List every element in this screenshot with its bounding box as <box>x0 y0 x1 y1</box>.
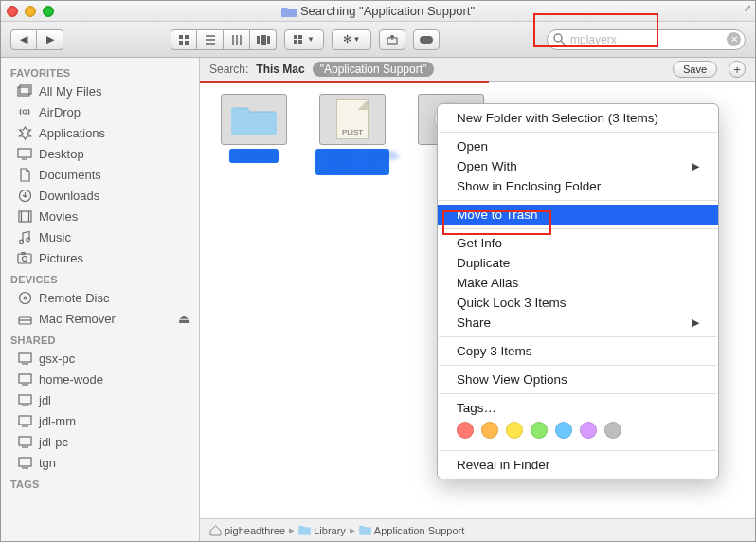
sidebar-item-label: Movies <box>39 209 78 224</box>
sidebar-item-all-my-files[interactable]: All My Files <box>1 81 199 101</box>
menu-item-new-folder[interactable]: New Folder with Selection (3 Items) <box>438 108 718 128</box>
sidebar-item-music[interactable]: Music <box>1 226 199 247</box>
svg-rect-14 <box>298 35 302 39</box>
sidebar-item-label: Mac Remover <box>39 312 116 326</box>
chevron-right-icon: ▶ <box>692 316 699 329</box>
list-view-button[interactable] <box>197 29 224 50</box>
path-item[interactable]: Application Support <box>359 525 464 536</box>
svg-point-23 <box>23 110 27 114</box>
save-search-button[interactable]: Save <box>673 61 717 78</box>
menu-item-quick-look[interactable]: Quick Look 3 Items <box>438 293 718 313</box>
sidebar-item-pictures[interactable]: Pictures <box>1 247 199 268</box>
menu-item-duplicate[interactable]: Duplicate <box>438 253 718 273</box>
svg-rect-24 <box>18 149 31 157</box>
sidebar-item-remote-disc[interactable]: Remote Disc <box>1 287 199 308</box>
folder-icon <box>231 102 277 136</box>
sidebar-item-mac-remover[interactable]: Mac Remover⏏ <box>1 308 199 329</box>
menu-separator <box>439 336 717 337</box>
sidebar-item-label: home-wode <box>39 372 103 387</box>
sidebar-item-label: jdl-mm <box>39 414 76 428</box>
back-button[interactable]: ◀ <box>10 29 37 50</box>
svg-point-36 <box>24 297 27 299</box>
menu-item-open[interactable]: Open <box>438 136 718 156</box>
menu-item-copy[interactable]: Copy 3 Items <box>438 341 718 361</box>
svg-rect-10 <box>257 36 260 44</box>
sidebar-item-downloads[interactable]: Downloads <box>1 185 199 206</box>
sidebar-item-shared[interactable]: tgn <box>1 452 199 473</box>
clear-search-button[interactable]: ✕ <box>727 32 741 46</box>
tag-yellow[interactable] <box>506 422 523 439</box>
action-button[interactable]: ✻▼ <box>332 29 371 50</box>
menu-item-tags[interactable]: Tags… <box>438 398 718 418</box>
eject-icon[interactable]: ⏏ <box>178 312 189 326</box>
folder-icon <box>298 525 311 535</box>
sidebar-item-shared[interactable]: gsx-pc <box>1 348 199 369</box>
coverflow-view-button[interactable] <box>250 29 277 50</box>
svg-rect-49 <box>19 458 31 466</box>
forward-button[interactable]: ▶ <box>37 29 63 50</box>
menu-item-view-options[interactable]: Show View Options <box>438 370 718 389</box>
annotation-highlight-2 <box>442 210 551 235</box>
tag-gray[interactable] <box>604 422 621 439</box>
sidebar-item-shared[interactable]: jdl-pc <box>1 431 199 452</box>
folder-icon <box>359 525 371 535</box>
file-item[interactable]: PLIST mplayerX_50100-8-9049..758 <box>315 94 389 175</box>
share-button[interactable] <box>379 29 405 50</box>
menu-item-enclosing[interactable]: Show in Enclosing Folder <box>438 176 718 196</box>
sidebar-item-label: jdl <box>39 393 51 407</box>
svg-rect-2 <box>179 41 183 45</box>
pc-icon <box>16 394 33 406</box>
pictures-icon <box>16 252 33 264</box>
svg-rect-12 <box>267 36 270 44</box>
svg-point-35 <box>19 292 30 303</box>
scope-this-mac[interactable]: This Mac <box>256 63 304 76</box>
icon-view-button[interactable] <box>171 29 197 50</box>
sidebar-item-movies[interactable]: Movies <box>1 206 199 226</box>
sidebar-item-shared[interactable]: jdl-mm <box>1 410 199 431</box>
sidebar-item-label: All My Files <box>39 84 101 99</box>
menu-item-reveal[interactable]: Reveal in Finder <box>438 455 718 475</box>
sidebar-item-label: tgn <box>39 456 56 470</box>
sidebar-header-favorites: FAVORITES <box>1 62 199 81</box>
path-item[interactable]: pigheadthree <box>209 525 285 536</box>
svg-point-33 <box>23 256 27 261</box>
menu-item-make-alias[interactable]: Make Alias <box>438 273 718 293</box>
menu-separator <box>439 393 717 394</box>
sidebar-item-applications[interactable]: Applications <box>1 122 199 143</box>
svg-rect-15 <box>294 40 297 44</box>
sidebar-header-devices: DEVICES <box>1 268 199 287</box>
folder-thumbnail <box>221 94 287 145</box>
tag-color-row <box>438 418 718 446</box>
tag-blue[interactable] <box>555 422 572 439</box>
toolbar: ◀ ▶ ▼ ✻▼ <box>1 22 755 58</box>
sidebar-item-documents[interactable]: Documents <box>1 164 199 185</box>
arrange-button[interactable]: ▼ <box>284 29 324 50</box>
gear-icon: ✻ <box>343 33 351 45</box>
sidebar-header-tags: TAGS <box>1 473 199 492</box>
sidebar-item-label: Documents <box>39 168 101 182</box>
remote-disc-icon <box>16 291 33 305</box>
menu-separator <box>439 450 717 451</box>
sidebar-item-label: Downloads <box>39 189 99 203</box>
tag-green[interactable] <box>531 422 548 439</box>
tags-button[interactable] <box>413 29 440 50</box>
add-criteria-button[interactable]: + <box>729 61 746 78</box>
sidebar-item-desktop[interactable]: Desktop <box>1 143 199 164</box>
scope-current-folder[interactable]: "Application Support" <box>313 62 435 77</box>
menu-item-open-with[interactable]: Open With▶ <box>438 156 718 176</box>
path-item[interactable]: Library <box>298 525 346 536</box>
tag-purple[interactable] <box>580 422 597 439</box>
sidebar-item-shared[interactable]: home-wode <box>1 369 199 389</box>
tag-orange[interactable] <box>481 422 498 439</box>
arrange-group: ▼ <box>284 29 324 50</box>
fullscreen-icon[interactable]: ⤢ <box>744 3 751 13</box>
column-view-button[interactable] <box>224 29 250 50</box>
file-item[interactable]: MPlayerX <box>217 94 291 163</box>
pc-icon <box>16 457 33 469</box>
tag-red[interactable] <box>457 422 474 439</box>
menu-item-get-info[interactable]: Get Info <box>438 233 718 253</box>
menu-item-share[interactable]: Share▶ <box>438 313 718 333</box>
sidebar-item-shared[interactable]: jdl <box>1 389 199 410</box>
sidebar-item-airdrop[interactable]: AirDrop <box>1 101 199 122</box>
sidebar-header-shared: SHARED <box>1 329 199 348</box>
